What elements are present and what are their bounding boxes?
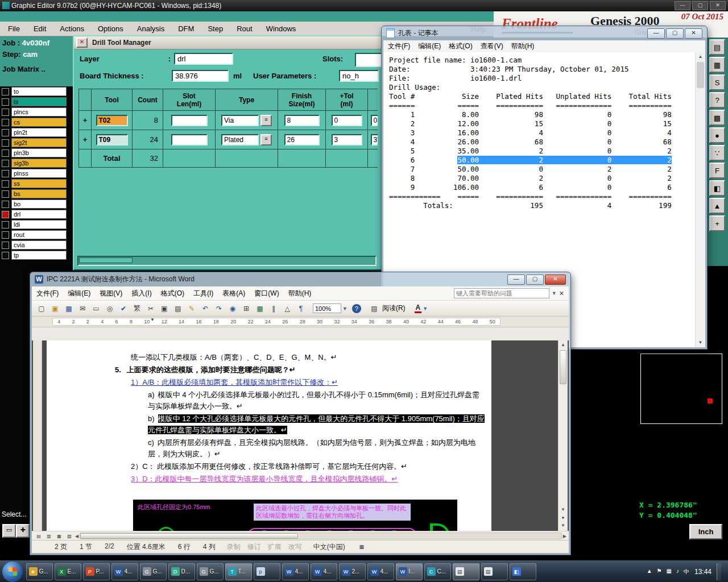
- next-page-icon[interactable]: ▼: [559, 523, 568, 528]
- new-doc-icon[interactable]: ▢: [35, 302, 48, 315]
- menu-item[interactable]: Step: [208, 24, 223, 33]
- color-dots-icon[interactable]: ∵: [709, 145, 725, 161]
- layer-visibility-checkbox[interactable]: [2, 180, 9, 188]
- document-area[interactable]: 统一添以下几类模版：A/B（两套）、C、D、E、G、M、N。↵ 5.上面要求的这…: [32, 340, 569, 531]
- menu-item[interactable]: Analysis: [137, 24, 164, 33]
- layer-row[interactable]: bs: [0, 189, 73, 199]
- layer-row[interactable]: cvia: [0, 240, 73, 250]
- layer-row[interactable]: ldi: [0, 219, 73, 230]
- zoom-dropdown-icon[interactable]: ▼: [342, 306, 348, 311]
- clock[interactable]: 13:44: [694, 568, 712, 576]
- insert-table-icon[interactable]: ⊞: [240, 302, 253, 315]
- minimize-button[interactable]: —: [507, 275, 525, 285]
- scroll-down-icon[interactable]: ▼: [559, 507, 568, 512]
- menu-item[interactable]: 视图(V): [100, 289, 122, 298]
- layer-name[interactable]: to: [11, 87, 67, 96]
- layer-name[interactable]: drl: [11, 210, 67, 219]
- doc-figure[interactable]: 此区域孔径固定为0.75mm 此区域选最小过孔，焊盘大小必须与单板一致。同时此区…: [133, 500, 457, 531]
- layer-name[interactable]: sig2t: [11, 138, 67, 147]
- layer-row[interactable]: to: [0, 86, 73, 97]
- taskbar-app-button[interactable]: W 4...: [282, 563, 309, 580]
- scroll-down-icon[interactable]: ▼: [696, 338, 705, 347]
- maximize-button[interactable]: ▢: [666, 28, 684, 39]
- layer-row[interactable]: plncs: [0, 107, 73, 117]
- layer-visibility-checkbox[interactable]: [2, 129, 9, 136]
- hyperlink-icon[interactable]: ◉: [226, 302, 239, 315]
- layer-row[interactable]: tp: [0, 250, 73, 260]
- scroll-up-icon[interactable]: ▲: [696, 52, 705, 61]
- layer-name[interactable]: plncs: [11, 107, 67, 117]
- job-matrix-button[interactable]: Job Matrix ..: [2, 65, 71, 73]
- layer-visibility-checkbox[interactable]: [2, 170, 9, 177]
- menu-item[interactable]: 编辑(E): [418, 41, 441, 51]
- layer-name[interactable]: bo: [11, 199, 67, 209]
- taskbar-app-button[interactable]: C C...: [424, 563, 451, 580]
- dock-panel-icon[interactable]: ▤: [709, 39, 725, 55]
- finish-size-input[interactable]: 8: [284, 115, 320, 126]
- main-window-titlebar[interactable]: Graphic Editor 9.07b2 (00@HY-HYCAM-PC061…: [0, 0, 728, 11]
- menu-item[interactable]: Actions: [60, 24, 84, 33]
- maximize-button[interactable]: ▢: [692, 1, 708, 10]
- layer-row[interactable]: plnss: [0, 168, 73, 178]
- tool-id-cell[interactable]: T09: [96, 134, 128, 146]
- grid-icon[interactable]: ▦: [709, 57, 725, 73]
- layer-visibility-checkbox[interactable]: [2, 88, 9, 95]
- volume-icon[interactable]: ♪: [676, 568, 679, 576]
- outline-view-icon[interactable]: ▧: [65, 532, 74, 540]
- insert-excel-icon[interactable]: ▦: [254, 302, 266, 315]
- taskbar-app-button[interactable]: T T...: [225, 563, 252, 580]
- table-row[interactable]: + T02 8 Via≡ 8 0 0: [78, 111, 378, 130]
- finish-size-input[interactable]: 26: [284, 134, 320, 146]
- network-icon[interactable]: ▦: [667, 568, 672, 576]
- slot-len-input[interactable]: [171, 115, 208, 126]
- chevron-down-icon[interactable]: ▼: [423, 306, 428, 311]
- filled-circle-icon[interactable]: ●: [709, 127, 725, 143]
- scrollbar-thumb[interactable]: [79, 257, 133, 263]
- document-page[interactable]: 统一添以下几类模版：A/B（两套）、C、D、E、G、M、N。↵ 5.上面要求的这…: [47, 340, 491, 531]
- menu-item[interactable]: Windows: [266, 24, 296, 33]
- copy-icon[interactable]: ▣: [158, 302, 171, 315]
- normal-view-icon[interactable]: ▤: [34, 532, 43, 540]
- menu-item[interactable]: 帮助(H): [288, 289, 312, 298]
- minus-tol-input[interactable]: 3: [371, 134, 378, 146]
- table-row[interactable]: + T09 24 Plated≡ 26 3 3: [78, 130, 378, 149]
- taskbar-app-button[interactable]: X E...: [55, 563, 81, 580]
- layer-visibility-checkbox[interactable]: [2, 98, 9, 106]
- close-icon[interactable]: ✕: [76, 38, 88, 48]
- word-hscrollbar[interactable]: ▤ ▥ ▦ ▧ ◀ ▶: [32, 531, 569, 541]
- status-mode[interactable]: 修订: [247, 542, 261, 552]
- print-view-icon[interactable]: ▦: [55, 532, 64, 540]
- layer-row[interactable]: rout: [0, 230, 73, 240]
- flip-tool-icon[interactable]: F: [709, 163, 725, 178]
- row-crosshair-icon[interactable]: +: [78, 130, 91, 149]
- spellcheck-icon[interactable]: ✔: [117, 302, 130, 315]
- format-painter-icon[interactable]: ✎: [185, 302, 198, 315]
- type-select[interactable]: Plated: [221, 134, 259, 146]
- help-icon[interactable]: ?: [709, 92, 725, 108]
- help-question-input[interactable]: [454, 288, 549, 298]
- status-mode[interactable]: 扩展: [268, 542, 282, 552]
- status-mode[interactable]: 录制: [227, 542, 241, 552]
- layer-row[interactable]: bo: [0, 199, 73, 209]
- chevron-down-icon[interactable]: ▼: [552, 290, 557, 296]
- layer-visibility-checkbox[interactable]: [2, 201, 9, 208]
- menu-item[interactable]: 文件(F): [36, 289, 59, 298]
- layer-row[interactable]: pln3b: [0, 148, 73, 158]
- scrollbar-thumb[interactable]: [80, 533, 298, 539]
- print-icon[interactable]: ▭: [90, 302, 102, 315]
- layer-name[interactable]: pln3b: [11, 148, 67, 157]
- type-select[interactable]: Via: [221, 115, 259, 126]
- columns-icon[interactable]: ∥: [267, 302, 280, 315]
- spellcheck-status-icon[interactable]: ▦: [357, 542, 367, 551]
- board-thickness-input[interactable]: 38.976: [172, 70, 229, 82]
- menu-item[interactable]: Edit: [34, 24, 46, 33]
- type-dropdown-icon[interactable]: ≡: [260, 134, 272, 146]
- notepad-vscrollbar[interactable]: ▲ ▼: [695, 52, 705, 347]
- layer-row[interactable]: ss: [0, 178, 73, 189]
- scroll-up-icon[interactable]: ▲: [559, 340, 568, 349]
- layer-name[interactable]: bs: [11, 189, 67, 198]
- chinese-convert-icon[interactable]: 繁: [131, 302, 143, 315]
- layer-row[interactable]: cs: [0, 117, 73, 127]
- layer-visibility-checkbox[interactable]: [2, 231, 9, 239]
- layer-row[interactable]: sig2t: [0, 138, 73, 148]
